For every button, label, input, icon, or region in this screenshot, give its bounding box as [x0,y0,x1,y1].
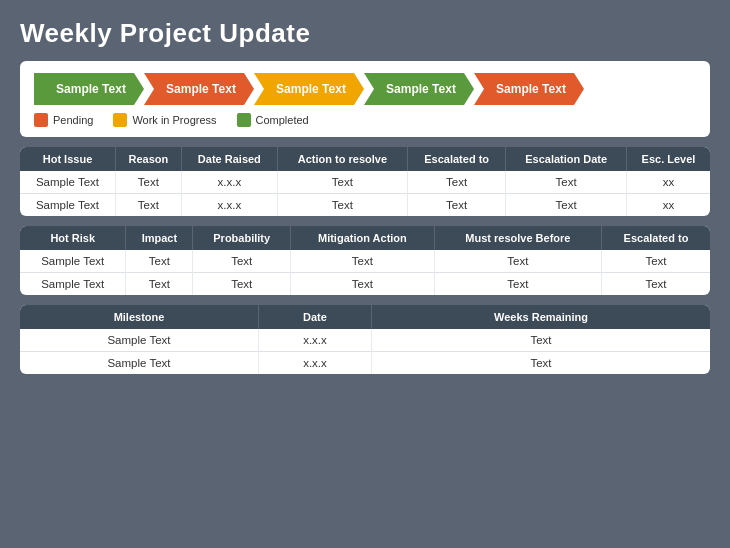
table-cell: Text [291,250,435,273]
table-cell: Text [126,250,193,273]
legend-label: Completed [256,114,309,126]
arrow-shape-3: Sample Text [364,73,474,105]
legend-color-box [113,113,127,127]
table-row: Sample TextTextx.x.xTextTextTextxx [20,194,710,217]
table-row: Sample Textx.x.xText [20,352,710,375]
legend-item-completed: Completed [237,113,309,127]
table-cell: Text [115,194,181,217]
arrow-item: Sample Text [474,73,584,105]
table-cell: Text [126,273,193,296]
table-cell: Text [115,171,181,194]
hot-issue-table: Hot IssueReasonDate RaisedAction to reso… [20,147,710,216]
table-cell: Text [407,194,505,217]
column-header: Hot Issue [20,147,115,171]
table-cell: Sample Text [20,194,115,217]
arrow-shape-2: Sample Text [254,73,364,105]
column-header: Hot Risk [20,226,126,250]
table-row: Sample TextTextTextTextTextText [20,250,710,273]
table-cell: Text [277,171,407,194]
arrow-shape-0: Sample Text [34,73,144,105]
column-header: Must resolve Before [434,226,601,250]
legend-row: PendingWork in ProgressCompleted [34,113,696,127]
table-cell: Sample Text [20,273,126,296]
column-header: Mitigation Action [291,226,435,250]
table-cell: Text [291,273,435,296]
table-cell: Text [434,273,601,296]
column-header: Escalation Date [506,147,627,171]
arrow-row: Sample TextSample TextSample TextSample … [34,73,696,105]
column-header: Impact [126,226,193,250]
table-cell: Text [602,273,711,296]
legend-color-box [237,113,251,127]
hot-issue-table-section: Hot IssueReasonDate RaisedAction to reso… [20,147,710,216]
arrow-item: Sample Text [144,73,254,105]
table-cell: Text [434,250,601,273]
legend-label: Work in Progress [132,114,216,126]
column-header: Probability [193,226,291,250]
table-cell: Text [371,329,710,352]
table-cell: xx [626,194,710,217]
hot-risk-table-section: Hot RiskImpactProbabilityMitigation Acti… [20,226,710,295]
milestone-table: MilestoneDateWeeks Remaining Sample Text… [20,305,710,374]
milestone-table-section: MilestoneDateWeeks Remaining Sample Text… [20,305,710,374]
hot-risk-table: Hot RiskImpactProbabilityMitigation Acti… [20,226,710,295]
column-header: Milestone [20,305,258,329]
table-cell: x.x.x [181,194,277,217]
table-cell: x.x.x [258,352,371,375]
table-cell: Sample Text [20,352,258,375]
table-row: Sample TextTextx.x.xTextTextTextxx [20,171,710,194]
legend-label: Pending [53,114,93,126]
table-cell: Sample Text [20,329,258,352]
table-cell: Text [277,194,407,217]
legend-item-wip: Work in Progress [113,113,216,127]
table-row: Sample Textx.x.xText [20,329,710,352]
arrow-item: Sample Text [364,73,474,105]
column-header: Escalated to [407,147,505,171]
table-cell: Text [602,250,711,273]
table-cell: x.x.x [181,171,277,194]
column-header: Escalated to [602,226,711,250]
table-cell: Sample Text [20,171,115,194]
table-cell: x.x.x [258,329,371,352]
table-cell: Text [193,250,291,273]
table-cell: Text [506,171,627,194]
arrow-shape-1: Sample Text [144,73,254,105]
column-header: Date [258,305,371,329]
table-cell: Text [193,273,291,296]
table-row: Sample TextTextTextTextTextText [20,273,710,296]
arrow-shape-4: Sample Text [474,73,584,105]
column-header: Date Raised [181,147,277,171]
legend-color-box [34,113,48,127]
legend-item-pending: Pending [34,113,93,127]
column-header: Reason [115,147,181,171]
page-title: Weekly Project Update [20,18,710,49]
arrow-item: Sample Text [254,73,364,105]
column-header: Weeks Remaining [371,305,710,329]
progress-section: Sample TextSample TextSample TextSample … [20,61,710,137]
page: Weekly Project Update Sample TextSample … [0,0,730,548]
table-cell: Text [371,352,710,375]
table-cell: xx [626,171,710,194]
table-cell: Text [407,171,505,194]
column-header: Esc. Level [626,147,710,171]
arrow-item: Sample Text [34,73,144,105]
table-cell: Text [506,194,627,217]
column-header: Action to resolve [277,147,407,171]
table-cell: Sample Text [20,250,126,273]
